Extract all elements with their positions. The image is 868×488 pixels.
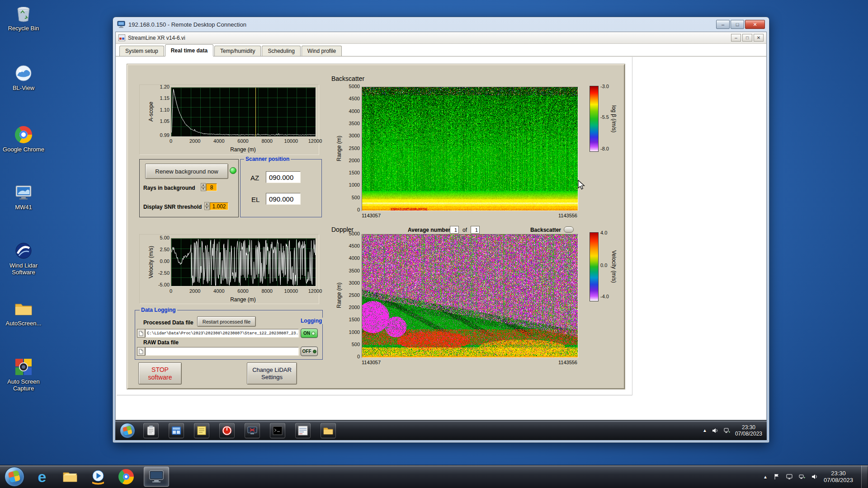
doppler-xtick: 10000 (284, 288, 298, 294)
app-minimize-button[interactable]: – (731, 34, 741, 42)
rdp-close-button[interactable]: ✕ (745, 20, 765, 29)
backscatter-heat-ytick: 3000 (340, 133, 360, 138)
volume-icon[interactable] (811, 473, 818, 480)
remote-taskbar-icon-clipboard[interactable] (143, 423, 159, 438)
az-input[interactable]: 090.000 (266, 171, 301, 183)
data-logging-group: Data Logging Processed Data file Restart… (135, 310, 323, 360)
taskbar-button-chrome[interactable] (116, 467, 137, 487)
rdp-titlebar[interactable]: 192.168.0.150 - Remote Desktop Connectio… (113, 17, 769, 32)
remote-hidden-icons-arrow[interactable]: ▲ (703, 428, 707, 433)
taskbar-clock[interactable]: 23:30 07/08/2023 (824, 470, 853, 483)
taskbar-button-internet-explorer[interactable]: e (32, 467, 52, 487)
tab-system-setup[interactable]: System setup (119, 46, 164, 56)
average-count-input[interactable]: 1 (471, 226, 480, 234)
display-icon[interactable] (786, 473, 793, 480)
action-center-flag-icon[interactable] (773, 473, 780, 480)
doppler-colorbar-tick: 0.0 (600, 263, 607, 268)
front-panel-area: A-scope Range (m) 1.201.151.101.050.9902… (116, 57, 766, 420)
remote-taskbar-icon-console[interactable] (270, 423, 285, 438)
raw-path-input[interactable] (145, 347, 299, 356)
mw41-icon (14, 183, 33, 202)
remote-taskbar-icon-disconnect[interactable] (245, 423, 260, 438)
desktop: Recycle BinBL-ViewGoogle ChromeMW41Wind … (0, 0, 868, 488)
hidden-icons-arrow[interactable]: ▲ (763, 474, 768, 479)
desktop-icon-recycle-bin[interactable]: Recycle Bin (2, 4, 45, 32)
desktop-icon-bl-view[interactable]: BL-View (2, 63, 45, 91)
remote-taskbar-icons (143, 423, 336, 438)
on-led (311, 332, 315, 335)
ascope-ytick: 1.10 (150, 107, 170, 113)
backscatter-doppler-toggle[interactable] (564, 226, 574, 233)
taskbar-button-windows-explorer[interactable] (60, 467, 80, 487)
desktop-icon-google-chrome[interactable]: Google Chrome (2, 125, 45, 153)
bl-view-icon (14, 63, 33, 83)
average-number-input[interactable]: 1 (450, 226, 459, 234)
tab-temp-humidity[interactable]: Temp/humidity (214, 46, 261, 56)
snr-threshold-label: Display SNR threshold (143, 204, 202, 210)
show-desktop-button[interactable] (861, 465, 867, 488)
el-input[interactable]: 090.000 (266, 193, 301, 205)
rdp-maximize-button[interactable]: □ (731, 20, 744, 29)
desktop-icon-mw41[interactable]: MW41 (2, 183, 45, 211)
rays-value[interactable]: 8 (206, 183, 217, 191)
renew-background-button[interactable]: Renew background now (145, 164, 228, 179)
network-icon[interactable] (798, 473, 806, 480)
remote-network-icon[interactable] (723, 427, 731, 434)
remote-clock[interactable]: 23:30 07/08/2023 (735, 424, 762, 437)
desktop-icon-auto-screen-capture[interactable]: Auto Screen Capture (2, 357, 45, 392)
app-close-button[interactable]: ✕ (754, 34, 764, 42)
tab-real-time-data[interactable]: Real time data (165, 44, 213, 56)
snr-value[interactable]: 1.002 (210, 202, 228, 210)
snr-stepper[interactable]: ▲▼ (204, 202, 209, 210)
stop-software-button[interactable]: STOP software (138, 362, 182, 385)
rays-stepper[interactable]: ▲▼ (201, 183, 206, 191)
doppler-heatmap-canvas[interactable] (362, 234, 578, 358)
remote-taskbar-icon-folder[interactable] (321, 423, 336, 438)
raw-logging-toggle[interactable]: OFF (301, 347, 318, 356)
restart-processed-file-button[interactable]: Restart processed file (197, 316, 256, 327)
doppler-plot-canvas[interactable] (171, 238, 316, 286)
remote-taskbar-icon-scan-sched[interactable] (295, 423, 311, 438)
doppler-colorbar-tick: 4.0 (600, 230, 607, 235)
doppler-x-end: 1143556 (546, 360, 577, 365)
desktop-icon-wind-lidar[interactable]: Wind Lidar Software (2, 241, 45, 276)
taskbar-button-remote-desktop[interactable] (144, 467, 169, 487)
remote-volume-icon[interactable] (712, 427, 719, 434)
doppler-xtick: 4000 (213, 288, 224, 294)
doppler-colorbar[interactable] (590, 232, 599, 301)
taskbar-button-media-player[interactable] (88, 467, 108, 487)
processed-path-browse-icon[interactable] (137, 329, 145, 338)
start-button[interactable] (5, 467, 24, 487)
doppler-xtick: 6000 (237, 288, 248, 294)
file-icon (139, 349, 143, 354)
processed-logging-toggle[interactable]: ON (301, 328, 318, 338)
ascope-ytick: 1.20 (150, 84, 170, 89)
doppler-xlabel: Range (m) (171, 296, 315, 303)
tab-wind-profile[interactable]: Wind profile (302, 46, 342, 56)
ascope-plot-canvas[interactable] (171, 87, 316, 137)
panel-bound-line-v (632, 57, 632, 395)
remote-taskbar-icon-notes[interactable] (194, 423, 209, 438)
remote-taskbar-icon-power[interactable] (219, 423, 235, 438)
app-maximize-button[interactable]: □ (742, 34, 752, 42)
doppler-heat-ytick: 4500 (340, 243, 360, 249)
processed-path-input[interactable]: C:\Lidar\Data\Proc\2023\202308\20230807\… (145, 329, 299, 338)
doppler-heat-ytick: 0 (340, 354, 360, 359)
backscatter-colorbar[interactable] (590, 86, 599, 152)
raw-path-browse-icon[interactable] (137, 347, 145, 356)
doppler-heat-ytick: 2000 (340, 305, 360, 310)
change-lidar-settings-button[interactable]: Change LiDAR Settings (247, 362, 297, 385)
rdp-minimize-button[interactable]: – (716, 20, 730, 29)
remote-taskbar-icon-blue-app[interactable] (169, 423, 184, 438)
desktop-icon-autoscreen-folder[interactable]: AutoScreen... (2, 299, 45, 327)
off-label: OFF (302, 349, 311, 354)
doppler-colorbar-tick: -4.0 (600, 294, 609, 299)
app-titlebar[interactable]: StreamLine XR v14-6.vi – □ ✕ (116, 32, 766, 44)
backscatter-heat-ytick: 2000 (340, 158, 360, 163)
tab-scheduling[interactable]: Scheduling (262, 46, 300, 56)
remote-start-button[interactable] (120, 423, 135, 438)
doppler-plot-frame: Velocity (m/s) Range (m) 5.002.500.00-2.… (139, 234, 319, 304)
ascope-xtick: 0 (170, 138, 172, 144)
backscatter-heatmap-canvas[interactable] (362, 87, 578, 211)
backscatter-x-end: 1143556 (546, 213, 577, 218)
